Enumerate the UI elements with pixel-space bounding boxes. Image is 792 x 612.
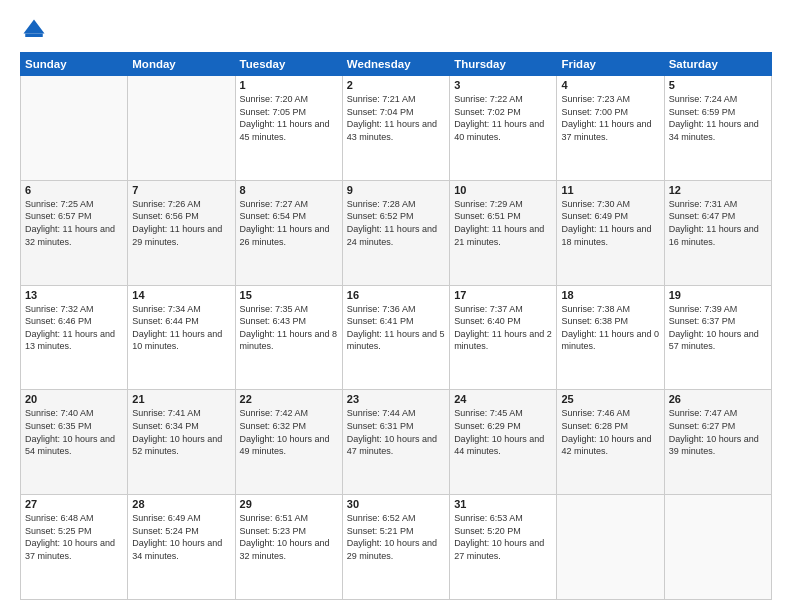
calendar-cell: 19Sunrise: 7:39 AM Sunset: 6:37 PM Dayli… [664,285,771,390]
cell-info: Sunrise: 7:47 AM Sunset: 6:27 PM Dayligh… [669,407,767,457]
calendar-table: SundayMondayTuesdayWednesdayThursdayFrid… [20,52,772,600]
day-number: 17 [454,289,552,301]
day-number: 13 [25,289,123,301]
calendar-cell [128,76,235,181]
day-number: 31 [454,498,552,510]
calendar-cell: 21Sunrise: 7:41 AM Sunset: 6:34 PM Dayli… [128,390,235,495]
calendar-cell: 5Sunrise: 7:24 AM Sunset: 6:59 PM Daylig… [664,76,771,181]
calendar-cell: 18Sunrise: 7:38 AM Sunset: 6:38 PM Dayli… [557,285,664,390]
calendar-cell: 26Sunrise: 7:47 AM Sunset: 6:27 PM Dayli… [664,390,771,495]
cell-info: Sunrise: 6:51 AM Sunset: 5:23 PM Dayligh… [240,512,338,562]
calendar-cell [21,76,128,181]
day-number: 2 [347,79,445,91]
day-number: 26 [669,393,767,405]
calendar-row: 13Sunrise: 7:32 AM Sunset: 6:46 PM Dayli… [21,285,772,390]
calendar-cell: 29Sunrise: 6:51 AM Sunset: 5:23 PM Dayli… [235,495,342,600]
day-number: 21 [132,393,230,405]
calendar-cell: 2Sunrise: 7:21 AM Sunset: 7:04 PM Daylig… [342,76,449,181]
calendar-cell: 28Sunrise: 6:49 AM Sunset: 5:24 PM Dayli… [128,495,235,600]
weekday-header-monday: Monday [128,53,235,76]
cell-info: Sunrise: 7:32 AM Sunset: 6:46 PM Dayligh… [25,303,123,353]
calendar-cell: 3Sunrise: 7:22 AM Sunset: 7:02 PM Daylig… [450,76,557,181]
cell-info: Sunrise: 7:20 AM Sunset: 7:05 PM Dayligh… [240,93,338,143]
day-number: 10 [454,184,552,196]
day-number: 12 [669,184,767,196]
cell-info: Sunrise: 6:49 AM Sunset: 5:24 PM Dayligh… [132,512,230,562]
calendar-row: 1Sunrise: 7:20 AM Sunset: 7:05 PM Daylig… [21,76,772,181]
cell-info: Sunrise: 7:31 AM Sunset: 6:47 PM Dayligh… [669,198,767,248]
logo [20,16,52,44]
calendar-cell: 6Sunrise: 7:25 AM Sunset: 6:57 PM Daylig… [21,180,128,285]
cell-info: Sunrise: 7:44 AM Sunset: 6:31 PM Dayligh… [347,407,445,457]
day-number: 3 [454,79,552,91]
weekday-header-sunday: Sunday [21,53,128,76]
weekday-header-friday: Friday [557,53,664,76]
cell-info: Sunrise: 7:28 AM Sunset: 6:52 PM Dayligh… [347,198,445,248]
day-number: 23 [347,393,445,405]
cell-info: Sunrise: 7:26 AM Sunset: 6:56 PM Dayligh… [132,198,230,248]
calendar-cell: 25Sunrise: 7:46 AM Sunset: 6:28 PM Dayli… [557,390,664,495]
weekday-header-tuesday: Tuesday [235,53,342,76]
calendar-cell: 8Sunrise: 7:27 AM Sunset: 6:54 PM Daylig… [235,180,342,285]
cell-info: Sunrise: 7:41 AM Sunset: 6:34 PM Dayligh… [132,407,230,457]
cell-info: Sunrise: 6:52 AM Sunset: 5:21 PM Dayligh… [347,512,445,562]
day-number: 6 [25,184,123,196]
day-number: 30 [347,498,445,510]
weekday-header-saturday: Saturday [664,53,771,76]
calendar-cell: 27Sunrise: 6:48 AM Sunset: 5:25 PM Dayli… [21,495,128,600]
cell-info: Sunrise: 7:46 AM Sunset: 6:28 PM Dayligh… [561,407,659,457]
calendar-cell: 15Sunrise: 7:35 AM Sunset: 6:43 PM Dayli… [235,285,342,390]
cell-info: Sunrise: 7:40 AM Sunset: 6:35 PM Dayligh… [25,407,123,457]
day-number: 8 [240,184,338,196]
cell-info: Sunrise: 7:21 AM Sunset: 7:04 PM Dayligh… [347,93,445,143]
calendar-cell: 20Sunrise: 7:40 AM Sunset: 6:35 PM Dayli… [21,390,128,495]
day-number: 29 [240,498,338,510]
cell-info: Sunrise: 7:22 AM Sunset: 7:02 PM Dayligh… [454,93,552,143]
day-number: 25 [561,393,659,405]
logo-icon [20,16,48,44]
day-number: 24 [454,393,552,405]
calendar-cell: 13Sunrise: 7:32 AM Sunset: 6:46 PM Dayli… [21,285,128,390]
weekday-header-row: SundayMondayTuesdayWednesdayThursdayFrid… [21,53,772,76]
calendar-cell: 14Sunrise: 7:34 AM Sunset: 6:44 PM Dayli… [128,285,235,390]
day-number: 22 [240,393,338,405]
day-number: 4 [561,79,659,91]
calendar-row: 6Sunrise: 7:25 AM Sunset: 6:57 PM Daylig… [21,180,772,285]
cell-info: Sunrise: 7:37 AM Sunset: 6:40 PM Dayligh… [454,303,552,353]
cell-info: Sunrise: 7:36 AM Sunset: 6:41 PM Dayligh… [347,303,445,353]
calendar-cell: 23Sunrise: 7:44 AM Sunset: 6:31 PM Dayli… [342,390,449,495]
cell-info: Sunrise: 7:27 AM Sunset: 6:54 PM Dayligh… [240,198,338,248]
cell-info: Sunrise: 7:38 AM Sunset: 6:38 PM Dayligh… [561,303,659,353]
calendar-cell: 1Sunrise: 7:20 AM Sunset: 7:05 PM Daylig… [235,76,342,181]
day-number: 19 [669,289,767,301]
day-number: 18 [561,289,659,301]
calendar-cell: 17Sunrise: 7:37 AM Sunset: 6:40 PM Dayli… [450,285,557,390]
day-number: 7 [132,184,230,196]
calendar-cell: 11Sunrise: 7:30 AM Sunset: 6:49 PM Dayli… [557,180,664,285]
calendar-cell: 12Sunrise: 7:31 AM Sunset: 6:47 PM Dayli… [664,180,771,285]
calendar-cell: 10Sunrise: 7:29 AM Sunset: 6:51 PM Dayli… [450,180,557,285]
calendar-row: 27Sunrise: 6:48 AM Sunset: 5:25 PM Dayli… [21,495,772,600]
cell-info: Sunrise: 7:42 AM Sunset: 6:32 PM Dayligh… [240,407,338,457]
header [20,16,772,44]
weekday-header-wednesday: Wednesday [342,53,449,76]
calendar-cell: 16Sunrise: 7:36 AM Sunset: 6:41 PM Dayli… [342,285,449,390]
cell-info: Sunrise: 7:39 AM Sunset: 6:37 PM Dayligh… [669,303,767,353]
page: SundayMondayTuesdayWednesdayThursdayFrid… [0,0,792,612]
cell-info: Sunrise: 7:34 AM Sunset: 6:44 PM Dayligh… [132,303,230,353]
day-number: 11 [561,184,659,196]
day-number: 28 [132,498,230,510]
weekday-header-thursday: Thursday [450,53,557,76]
cell-info: Sunrise: 6:53 AM Sunset: 5:20 PM Dayligh… [454,512,552,562]
calendar-cell: 24Sunrise: 7:45 AM Sunset: 6:29 PM Dayli… [450,390,557,495]
cell-info: Sunrise: 7:30 AM Sunset: 6:49 PM Dayligh… [561,198,659,248]
day-number: 16 [347,289,445,301]
calendar-cell: 9Sunrise: 7:28 AM Sunset: 6:52 PM Daylig… [342,180,449,285]
cell-info: Sunrise: 7:29 AM Sunset: 6:51 PM Dayligh… [454,198,552,248]
cell-info: Sunrise: 7:25 AM Sunset: 6:57 PM Dayligh… [25,198,123,248]
calendar-cell [557,495,664,600]
calendar-row: 20Sunrise: 7:40 AM Sunset: 6:35 PM Dayli… [21,390,772,495]
day-number: 5 [669,79,767,91]
calendar-cell: 31Sunrise: 6:53 AM Sunset: 5:20 PM Dayli… [450,495,557,600]
calendar-cell [664,495,771,600]
